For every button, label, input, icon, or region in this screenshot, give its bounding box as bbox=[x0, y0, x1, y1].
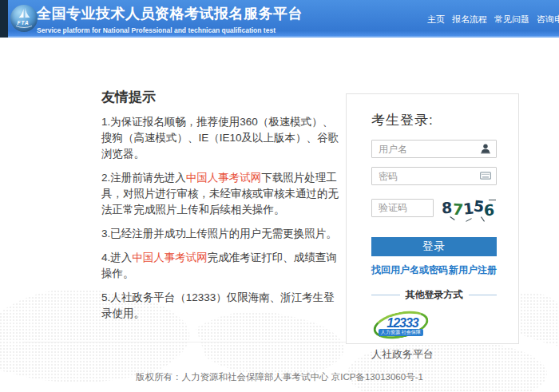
captcha-digit: 7 bbox=[452, 201, 464, 217]
nav-home[interactable]: 主页 bbox=[427, 14, 445, 26]
cpta-site-link-2[interactable]: 中国人事考试网 bbox=[132, 251, 208, 263]
svg-text:FTA: FTA bbox=[18, 20, 30, 26]
tip-3-text: 3.已经注册并成功上传照片的用户无需更换照片。 bbox=[101, 228, 337, 240]
captcha-noise bbox=[489, 200, 496, 200]
username-field-wrap bbox=[371, 140, 497, 158]
sail-icon: FTA bbox=[10, 5, 38, 32]
tip-4-pre: 4.进入 bbox=[101, 251, 132, 263]
site-title: 全国专业技术人员资格考试报名服务平台 bbox=[37, 4, 303, 23]
other-login-label: 其他登录方式 bbox=[406, 288, 463, 302]
username-input[interactable] bbox=[371, 140, 497, 158]
password-field-wrap bbox=[371, 167, 497, 185]
forgot-credentials-link[interactable]: 找回用户名或密码 bbox=[371, 263, 448, 277]
other-login-divider: 其他登录方式 bbox=[371, 288, 497, 302]
captcha-digit: 8 bbox=[442, 200, 453, 215]
captcha-noise bbox=[466, 218, 472, 222]
captcha-image[interactable]: 8 7 1 5 6 bbox=[440, 194, 497, 221]
login-links-row: 找回用户名或密码 新用户注册 bbox=[371, 263, 497, 277]
captcha-row: 8 7 1 5 6 bbox=[371, 194, 497, 221]
cpta-site-link[interactable]: 中国人事考试网 bbox=[186, 172, 262, 184]
tip-2-pre: 2.注册前请先进入 bbox=[101, 172, 186, 184]
divider-line bbox=[469, 295, 498, 295]
tip-1-text: 1.为保证报名顺畅，推荐使用360（极速模式）、搜狗（高速模式）、IE（IE10… bbox=[101, 116, 339, 160]
top-nav: 主页 报名流程 常见问题 咨询电话 bbox=[427, 14, 559, 26]
gov-platform-label: 人社政务平台 bbox=[371, 347, 497, 362]
gov-12333-logo[interactable]: 12333 人力资源 社会保障 bbox=[371, 309, 434, 343]
captcha-digit: 6 bbox=[484, 202, 495, 218]
footer-copyright: 版权所有：人力资源和社会保障部人事考试中心 京ICP备13013060号-1 bbox=[0, 371, 559, 383]
tip-item-1: 1.为保证报名顺畅，推荐使用360（极速模式）、搜狗（高速模式）、IE（IE10… bbox=[101, 114, 342, 162]
tips-heading: 友情提示 bbox=[101, 88, 342, 106]
password-input[interactable] bbox=[371, 167, 497, 185]
header: FTA 全国专业技术人员资格考试报名服务平台 Service platform … bbox=[0, 0, 559, 38]
captcha-input[interactable] bbox=[371, 199, 434, 217]
tip-item-4: 4.进入中国人事考试网完成准考证打印、成绩查询操作。 bbox=[101, 250, 342, 282]
keyboard-icon bbox=[479, 169, 492, 182]
new-user-register-link[interactable]: 新用户注册 bbox=[449, 263, 497, 277]
header-accent-bar bbox=[0, 0, 8, 38]
site-subtitle: Service platform for National Profession… bbox=[37, 26, 303, 34]
divider-line bbox=[371, 295, 400, 295]
title-block: 全国专业技术人员资格考试报名服务平台 Service platform for … bbox=[37, 4, 303, 34]
captcha-field-wrap bbox=[371, 199, 434, 217]
login-panel: 考生登录: 8 7 1 5 6 bbox=[346, 93, 519, 344]
nav-consult-phone[interactable]: 咨询电话 bbox=[537, 14, 559, 26]
nav-registration-process[interactable]: 报名流程 bbox=[452, 14, 487, 26]
login-heading: 考生登录: bbox=[371, 111, 497, 129]
user-icon bbox=[479, 142, 492, 155]
login-button[interactable]: 登录 bbox=[371, 237, 497, 256]
logo-12333-slogan: 人力资源 社会保障 bbox=[379, 329, 423, 336]
nav-faq[interactable]: 常见问题 bbox=[494, 14, 529, 26]
tip-item-3: 3.已经注册并成功上传照片的用户无需更换照片。 bbox=[101, 226, 342, 242]
tip-5-text: 5.人社政务平台（12333）仅限海南、浙江考生登录使用。 bbox=[101, 291, 335, 319]
friendly-tips: 友情提示 1.为保证报名顺畅，推荐使用360（极速模式）、搜狗（高速模式）、IE… bbox=[101, 88, 342, 322]
tip-item-2: 2.注册前请先进入中国人事考试网下载照片处理工具，对照片进行审核，未经审核或审核… bbox=[101, 170, 342, 218]
tip-item-5: 5.人社政务平台（12333）仅限海南、浙江考生登录使用。 bbox=[101, 290, 342, 322]
site-logo: FTA bbox=[10, 5, 38, 32]
